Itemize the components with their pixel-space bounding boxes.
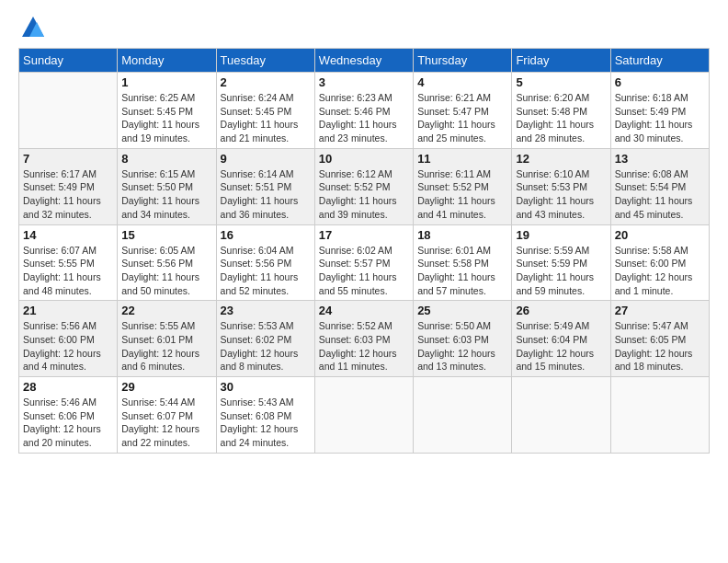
day-info: Sunrise: 6:17 AMSunset: 5:49 PMDaylight:… bbox=[23, 167, 113, 222]
day-number: 26 bbox=[516, 304, 606, 317]
calendar-cell: 20Sunrise: 5:58 AMSunset: 6:00 PMDayligh… bbox=[610, 224, 709, 301]
weekday-header: Friday bbox=[512, 49, 610, 73]
calendar-cell: 16Sunrise: 6:04 AMSunset: 5:56 PMDayligh… bbox=[216, 224, 314, 301]
day-info: Sunrise: 6:01 AMSunset: 5:58 PMDaylight:… bbox=[417, 244, 507, 298]
calendar-cell: 1Sunrise: 6:25 AMSunset: 5:45 PMDaylight… bbox=[118, 73, 216, 149]
day-number: 15 bbox=[121, 228, 211, 242]
calendar-cell bbox=[512, 377, 610, 454]
day-info: Sunrise: 5:56 AMSunset: 6:00 PMDaylight:… bbox=[23, 319, 113, 373]
day-number: 25 bbox=[417, 304, 507, 317]
day-info: Sunrise: 6:11 AMSunset: 5:52 PMDaylight:… bbox=[417, 167, 507, 222]
calendar-cell: 2Sunrise: 6:24 AMSunset: 5:45 PMDaylight… bbox=[216, 73, 314, 149]
day-number: 29 bbox=[121, 380, 211, 394]
day-number: 20 bbox=[615, 228, 705, 242]
calendar-cell: 26Sunrise: 5:49 AMSunset: 6:04 PMDayligh… bbox=[512, 301, 610, 377]
day-number: 23 bbox=[221, 304, 311, 317]
calendar-cell: 24Sunrise: 5:52 AMSunset: 6:03 PMDayligh… bbox=[314, 301, 413, 377]
logo-icon bbox=[20, 15, 46, 40]
weekday-header: Sunday bbox=[19, 49, 118, 73]
day-number: 6 bbox=[615, 75, 705, 89]
calendar-cell: 4Sunrise: 6:21 AMSunset: 5:47 PMDaylight… bbox=[414, 73, 512, 149]
day-number: 12 bbox=[516, 152, 606, 166]
day-info: Sunrise: 6:04 AMSunset: 5:56 PMDaylight:… bbox=[221, 244, 311, 298]
calendar-week-row: 28Sunrise: 5:46 AMSunset: 6:06 PMDayligh… bbox=[19, 377, 710, 454]
calendar-cell: 13Sunrise: 6:08 AMSunset: 5:54 PMDayligh… bbox=[610, 148, 709, 224]
day-number: 13 bbox=[615, 152, 705, 166]
day-number: 17 bbox=[319, 228, 409, 242]
calendar: SundayMondayTuesdayWednesdayThursdayFrid… bbox=[18, 48, 710, 454]
calendar-cell: 8Sunrise: 6:15 AMSunset: 5:50 PMDaylight… bbox=[118, 148, 216, 224]
day-number: 11 bbox=[417, 152, 507, 166]
weekday-header: Monday bbox=[118, 49, 216, 73]
weekday-header: Thursday bbox=[414, 49, 512, 73]
day-number: 1 bbox=[121, 75, 211, 89]
day-number: 5 bbox=[516, 75, 606, 89]
day-info: Sunrise: 6:14 AMSunset: 5:51 PMDaylight:… bbox=[221, 167, 311, 222]
calendar-body: 1Sunrise: 6:25 AMSunset: 5:45 PMDaylight… bbox=[19, 73, 710, 454]
calendar-cell: 21Sunrise: 5:56 AMSunset: 6:00 PMDayligh… bbox=[19, 301, 118, 377]
calendar-cell bbox=[414, 377, 512, 454]
day-number: 8 bbox=[121, 152, 211, 166]
day-number: 4 bbox=[417, 75, 507, 89]
weekday-header: Wednesday bbox=[314, 49, 413, 73]
day-number: 14 bbox=[23, 228, 113, 242]
calendar-week-row: 7Sunrise: 6:17 AMSunset: 5:49 PMDaylight… bbox=[19, 148, 710, 224]
day-info: Sunrise: 6:20 AMSunset: 5:48 PMDaylight:… bbox=[516, 91, 606, 145]
calendar-header: SundayMondayTuesdayWednesdayThursdayFrid… bbox=[19, 49, 710, 73]
day-info: Sunrise: 5:49 AMSunset: 6:04 PMDaylight:… bbox=[516, 319, 606, 373]
day-info: Sunrise: 5:53 AMSunset: 6:02 PMDaylight:… bbox=[221, 319, 311, 373]
day-number: 9 bbox=[221, 152, 311, 166]
day-number: 2 bbox=[221, 75, 311, 89]
calendar-cell: 23Sunrise: 5:53 AMSunset: 6:02 PMDayligh… bbox=[216, 301, 314, 377]
day-number: 24 bbox=[319, 304, 409, 317]
day-number: 10 bbox=[319, 152, 409, 166]
calendar-cell: 9Sunrise: 6:14 AMSunset: 5:51 PMDaylight… bbox=[216, 148, 314, 224]
calendar-cell bbox=[610, 377, 709, 454]
day-info: Sunrise: 6:24 AMSunset: 5:45 PMDaylight:… bbox=[221, 91, 311, 145]
weekday-header: Tuesday bbox=[216, 49, 314, 73]
day-number: 3 bbox=[319, 75, 409, 89]
calendar-cell: 29Sunrise: 5:44 AMSunset: 6:07 PMDayligh… bbox=[118, 377, 216, 454]
day-info: Sunrise: 6:21 AMSunset: 5:47 PMDaylight:… bbox=[417, 91, 507, 145]
calendar-cell: 12Sunrise: 6:10 AMSunset: 5:53 PMDayligh… bbox=[512, 148, 610, 224]
day-info: Sunrise: 5:46 AMSunset: 6:06 PMDaylight:… bbox=[23, 396, 113, 450]
day-info: Sunrise: 5:55 AMSunset: 6:01 PMDaylight:… bbox=[121, 319, 211, 373]
day-number: 30 bbox=[221, 380, 311, 394]
day-info: Sunrise: 6:15 AMSunset: 5:50 PMDaylight:… bbox=[121, 167, 211, 222]
header-row: SundayMondayTuesdayWednesdayThursdayFrid… bbox=[19, 49, 710, 73]
calendar-cell: 27Sunrise: 5:47 AMSunset: 6:05 PMDayligh… bbox=[610, 301, 709, 377]
calendar-week-row: 14Sunrise: 6:07 AMSunset: 5:55 PMDayligh… bbox=[19, 224, 710, 301]
day-number: 27 bbox=[615, 304, 705, 317]
calendar-cell: 22Sunrise: 5:55 AMSunset: 6:01 PMDayligh… bbox=[118, 301, 216, 377]
calendar-cell: 3Sunrise: 6:23 AMSunset: 5:46 PMDaylight… bbox=[314, 73, 413, 149]
calendar-cell: 10Sunrise: 6:12 AMSunset: 5:52 PMDayligh… bbox=[314, 148, 413, 224]
day-info: Sunrise: 6:10 AMSunset: 5:53 PMDaylight:… bbox=[516, 167, 606, 222]
calendar-week-row: 21Sunrise: 5:56 AMSunset: 6:00 PMDayligh… bbox=[19, 301, 710, 377]
day-info: Sunrise: 6:08 AMSunset: 5:54 PMDaylight:… bbox=[615, 167, 705, 222]
calendar-cell: 15Sunrise: 6:05 AMSunset: 5:56 PMDayligh… bbox=[118, 224, 216, 301]
day-number: 22 bbox=[121, 304, 211, 317]
day-number: 28 bbox=[23, 380, 113, 394]
calendar-cell: 5Sunrise: 6:20 AMSunset: 5:48 PMDaylight… bbox=[512, 73, 610, 149]
day-info: Sunrise: 6:02 AMSunset: 5:57 PMDaylight:… bbox=[319, 244, 409, 298]
day-number: 19 bbox=[516, 228, 606, 242]
day-info: Sunrise: 5:44 AMSunset: 6:07 PMDaylight:… bbox=[121, 396, 211, 450]
calendar-week-row: 1Sunrise: 6:25 AMSunset: 5:45 PMDaylight… bbox=[19, 73, 710, 149]
calendar-cell: 7Sunrise: 6:17 AMSunset: 5:49 PMDaylight… bbox=[19, 148, 118, 224]
day-info: Sunrise: 6:23 AMSunset: 5:46 PMDaylight:… bbox=[319, 91, 409, 145]
day-info: Sunrise: 6:25 AMSunset: 5:45 PMDaylight:… bbox=[121, 91, 211, 145]
day-info: Sunrise: 5:52 AMSunset: 6:03 PMDaylight:… bbox=[319, 319, 409, 373]
day-number: 21 bbox=[23, 304, 113, 317]
calendar-cell: 30Sunrise: 5:43 AMSunset: 6:08 PMDayligh… bbox=[216, 377, 314, 454]
day-info: Sunrise: 5:47 AMSunset: 6:05 PMDaylight:… bbox=[615, 319, 705, 373]
calendar-cell: 14Sunrise: 6:07 AMSunset: 5:55 PMDayligh… bbox=[19, 224, 118, 301]
calendar-cell bbox=[314, 377, 413, 454]
calendar-cell bbox=[19, 73, 118, 149]
day-info: Sunrise: 5:58 AMSunset: 6:00 PMDaylight:… bbox=[615, 244, 705, 298]
calendar-cell: 11Sunrise: 6:11 AMSunset: 5:52 PMDayligh… bbox=[414, 148, 512, 224]
calendar-cell: 6Sunrise: 6:18 AMSunset: 5:49 PMDaylight… bbox=[610, 73, 709, 149]
calendar-cell: 19Sunrise: 5:59 AMSunset: 5:59 PMDayligh… bbox=[512, 224, 610, 301]
day-info: Sunrise: 6:12 AMSunset: 5:52 PMDaylight:… bbox=[319, 167, 409, 222]
day-number: 7 bbox=[23, 152, 113, 166]
day-info: Sunrise: 6:05 AMSunset: 5:56 PMDaylight:… bbox=[121, 244, 211, 298]
